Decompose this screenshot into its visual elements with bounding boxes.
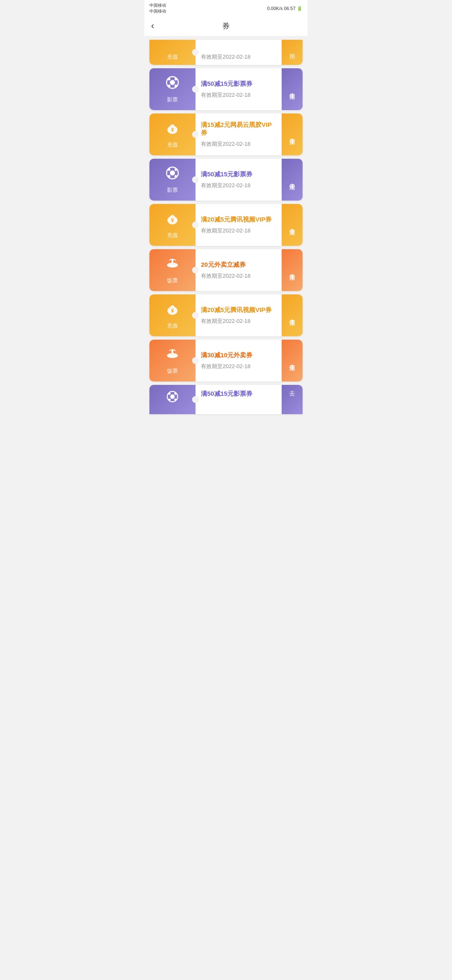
coupon-item: 饭票 20元外卖立减券 有效期至2022-02-18 去使用 — [149, 249, 303, 291]
use-btn-recharge2[interactable]: 去使用 — [288, 224, 296, 226]
partial-top-right[interactable]: 用 — [282, 40, 303, 65]
coupon-type-recharge1: 充值 — [167, 141, 178, 149]
svg-rect-18 — [172, 259, 173, 263]
film-icon — [165, 75, 180, 93]
coupon-middle-food1: 20元外卖立减券 有效期至2022-02-18 — [195, 249, 282, 291]
coupon-title-recharge3: 满20减5元腾讯视频VIP券 — [201, 306, 277, 314]
speed-indicator: 0.00K/s — [267, 6, 282, 11]
coupon-title-film2: 满50减15元影票券 — [201, 170, 277, 178]
coupon-right-recharge1[interactable]: 去使用 — [282, 113, 303, 155]
food-bowl-icon2 — [165, 346, 180, 365]
coupon-middle-film2: 满50减15元影票券 有效期至2022-02-18 — [195, 159, 282, 201]
status-bar: 中国移动 中国移动 0.00K/s 06:57 🔋 — [144, 0, 308, 16]
coupon-left-film1: 影票 — [149, 68, 195, 110]
svg-point-4 — [168, 85, 170, 87]
svg-point-3 — [175, 78, 177, 80]
coupon-partial-bottom: 满50减15元影票券 去 — [149, 385, 303, 414]
svg-point-1 — [170, 80, 175, 85]
status-right: 0.00K/s 06:57 🔋 — [267, 6, 303, 11]
battery-indicator: 🔋 — [297, 6, 303, 11]
partial-top-use-btn[interactable]: 用 — [289, 53, 295, 61]
svg-text:¥: ¥ — [171, 217, 174, 223]
coupon-type-food2: 饭票 — [167, 367, 178, 375]
coupon-type-film1: 影票 — [167, 96, 178, 103]
coupon-item: 影票 满50减15元影票券 有效期至2022-02-18 去使用 — [149, 68, 303, 110]
svg-point-2 — [168, 78, 170, 80]
coupon-right-film1[interactable]: 去使用 — [282, 68, 303, 110]
coupon-right-recharge3[interactable]: 去使用 — [282, 294, 303, 336]
coupon-type-film2: 影票 — [167, 186, 178, 194]
coupon-validity-recharge3: 有效期至2022-02-18 — [201, 317, 277, 325]
coupon-item: 影票 满50减15元影票券 有效期至2022-02-18 去使用 — [149, 159, 303, 201]
coupon-type-recharge3: 充值 — [167, 322, 178, 330]
coupon-middle-food2: 满30减10元外卖券 有效期至2022-02-18 — [195, 340, 282, 382]
back-button[interactable]: ‹ — [151, 21, 154, 31]
coupon-partial-top: 充值 有效期至2022-02-18 用 — [149, 40, 303, 65]
coupon-right-food1[interactable]: 去使用 — [282, 249, 303, 291]
svg-point-13 — [168, 175, 170, 178]
coupon-item: ¥ 充值 满15减2元网易云黑胶VIP券 有效期至2022-02-18 去使用 — [149, 113, 303, 155]
coupon-left-food1: 饭票 — [149, 249, 195, 291]
carrier-info: 中国移动 中国移动 — [149, 3, 166, 14]
svg-point-24 — [170, 395, 175, 399]
coupon-middle-recharge2: 满20减5元腾讯视频VIP券 有效期至2022-02-18 — [195, 204, 282, 246]
page-header: ‹ 券 — [144, 16, 308, 36]
use-btn-recharge3[interactable]: 去使用 — [288, 314, 296, 317]
coupon-list: 充值 有效期至2022-02-18 用 影票 满50减1 — [144, 36, 308, 418]
carrier2: 中国移动 — [149, 8, 166, 14]
partial-bottom-right[interactable]: 去 — [282, 385, 303, 414]
coupon-item: 饭票 满30减10元外卖券 有效期至2022-02-18 去使用 — [149, 340, 303, 382]
partial-bottom-left — [149, 385, 195, 414]
partial-bottom-use-btn[interactable]: 去 — [289, 390, 295, 397]
film-icon2 — [165, 165, 180, 184]
money-bag-icon3: ¥ — [165, 301, 180, 320]
svg-point-12 — [175, 168, 177, 171]
svg-point-11 — [168, 168, 170, 171]
coupon-title-recharge1: 满15减2元网易云黑胶VIP券 — [201, 121, 277, 137]
coupon-item: ¥ 充值 满20减5元腾讯视频VIP券 有效期至2022-02-18 去使用 — [149, 294, 303, 336]
coupon-validity-film2: 有效期至2022-02-18 — [201, 182, 277, 189]
partial-top-type: 充值 — [167, 53, 178, 61]
svg-point-14 — [175, 175, 177, 178]
time-display: 06:57 — [284, 6, 295, 11]
coupon-title-film1: 满50减15元影票券 — [201, 80, 277, 88]
coupon-middle-recharge1: 满15减2元网易云黑胶VIP券 有效期至2022-02-18 — [195, 113, 282, 155]
svg-point-5 — [175, 85, 177, 87]
svg-rect-22 — [172, 350, 173, 354]
partial-top-left: 充值 — [149, 40, 195, 65]
coupon-validity-food1: 有效期至2022-02-18 — [201, 272, 277, 280]
partial-top-middle: 有效期至2022-02-18 — [195, 40, 282, 65]
page-title: 券 — [222, 21, 230, 31]
use-btn-recharge1[interactable]: 去使用 — [288, 133, 296, 136]
coupon-validity-film1: 有效期至2022-02-18 — [201, 91, 277, 99]
partial-bottom-middle: 满50减15元影票券 — [195, 385, 282, 414]
svg-point-28 — [174, 398, 176, 400]
coupon-left-recharge2: ¥ 充值 — [149, 204, 195, 246]
svg-point-27 — [168, 398, 170, 400]
coupon-right-film2[interactable]: 去使用 — [282, 159, 303, 201]
use-btn-film2[interactable]: 去使用 — [288, 178, 296, 181]
svg-point-26 — [174, 392, 176, 395]
partial-bottom-title: 满50减15元影票券 — [201, 390, 277, 398]
money-bag-icon2: ¥ — [165, 211, 180, 229]
use-btn-food2[interactable]: 去使用 — [288, 359, 296, 362]
coupon-validity-recharge1: 有效期至2022-02-18 — [201, 140, 277, 148]
svg-point-10 — [170, 170, 175, 175]
food-bowl-icon — [165, 256, 180, 274]
coupon-type-recharge2: 充值 — [167, 232, 178, 239]
coupon-right-recharge2[interactable]: 去使用 — [282, 204, 303, 246]
coupon-left-recharge1: ¥ 充值 — [149, 113, 195, 155]
svg-point-25 — [168, 392, 170, 395]
use-btn-food1[interactable]: 去使用 — [288, 269, 296, 271]
coupon-middle-film1: 满50减15元影票券 有效期至2022-02-18 — [195, 68, 282, 110]
svg-text:¥: ¥ — [171, 308, 174, 314]
use-btn-film1[interactable]: 去使用 — [288, 88, 296, 90]
coupon-title-recharge2: 满20减5元腾讯视频VIP券 — [201, 216, 277, 224]
money-bag-icon: ¥ — [165, 120, 180, 139]
coupon-validity-food2: 有效期至2022-02-18 — [201, 363, 277, 370]
coupon-middle-recharge3: 满20减5元腾讯视频VIP券 有效期至2022-02-18 — [195, 294, 282, 336]
coupon-left-film2: 影票 — [149, 159, 195, 201]
coupon-type-food1: 饭票 — [167, 277, 178, 284]
coupon-right-food2[interactable]: 去使用 — [282, 340, 303, 382]
coupon-validity-recharge2: 有效期至2022-02-18 — [201, 227, 277, 235]
